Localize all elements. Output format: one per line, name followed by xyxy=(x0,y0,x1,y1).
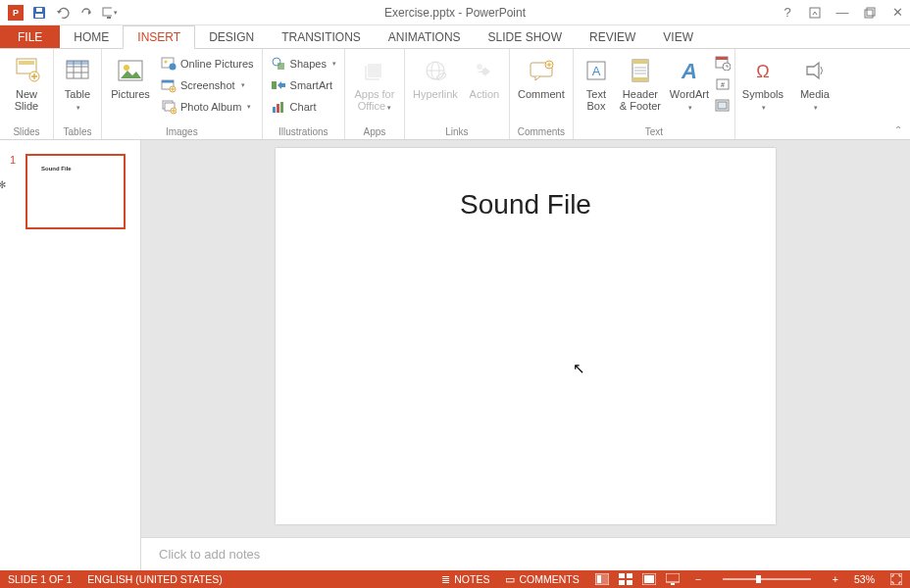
svg-rect-61 xyxy=(627,573,632,578)
svg-rect-7 xyxy=(867,8,875,16)
comment-button[interactable]: Comment xyxy=(514,53,569,100)
animation-indicator-icon: ✻ xyxy=(0,179,8,190)
pictures-button[interactable]: Pictures xyxy=(106,53,155,100)
svg-rect-51 xyxy=(716,57,728,60)
tab-transitions[interactable]: TRANSITIONS xyxy=(268,25,375,48)
svg-rect-63 xyxy=(627,580,632,585)
slide-number-button[interactable]: # xyxy=(715,76,731,98)
apps-for-office-button[interactable]: Apps for Office▾ xyxy=(349,53,400,114)
svg-point-20 xyxy=(165,61,168,64)
comments-toggle[interactable]: ▭ COMMENTS xyxy=(505,573,579,585)
svg-text:#: # xyxy=(721,81,725,88)
group-images: Pictures Online Pictures Screenshot▾ Pho… xyxy=(102,49,263,139)
symbols-button[interactable]: Ω Symbols▾ xyxy=(739,53,786,114)
comments-icon: ▭ xyxy=(505,573,515,585)
svg-rect-62 xyxy=(619,580,625,585)
screenshot-button[interactable]: Screenshot▾ xyxy=(157,74,258,96)
media-button[interactable]: Media▾ xyxy=(794,53,835,114)
svg-rect-66 xyxy=(666,573,680,582)
chart-button[interactable]: Chart xyxy=(267,96,340,118)
wordart-button[interactable]: A WordArt▾ xyxy=(666,53,713,114)
zoom-out-button[interactable]: − xyxy=(695,573,701,585)
tab-insert[interactable]: INSERT xyxy=(123,25,195,49)
group-symbols: Ω Symbols▾ xyxy=(735,49,790,139)
svg-text:Ω: Ω xyxy=(756,62,769,81)
status-language[interactable]: ENGLISH (UNITED STATES) xyxy=(87,573,222,585)
svg-rect-67 xyxy=(671,583,675,585)
group-tables: Table▾ Tables xyxy=(54,49,102,139)
slide[interactable]: Sound File ↖ xyxy=(276,148,776,524)
group-text: A Text Box Header & Footer A WordArt▾ # … xyxy=(574,49,735,139)
notes-toggle[interactable]: ≣ NOTES xyxy=(441,573,489,585)
slideshow-view-icon[interactable] xyxy=(666,573,680,585)
main-area: 1 ✻ Sound File Sound File ↖ Click to add… xyxy=(0,140,910,570)
online-pictures-button[interactable]: Online Pictures xyxy=(157,53,258,74)
tab-design[interactable]: DESIGN xyxy=(195,25,268,48)
status-slide-info[interactable]: SLIDE 1 OF 1 xyxy=(8,573,72,585)
slide-sorter-view-icon[interactable] xyxy=(619,573,632,585)
start-from-beginning-icon[interactable]: ▾ xyxy=(102,5,118,21)
svg-point-38 xyxy=(477,64,482,70)
smartart-button[interactable]: SmartArt xyxy=(267,74,340,96)
thumbnail-title: Sound File xyxy=(41,166,124,172)
new-slide-button[interactable]: New Slide xyxy=(4,53,49,112)
tab-file[interactable]: FILE xyxy=(0,25,60,48)
thumbnail-number: 1 xyxy=(10,154,20,166)
group-illustrations: Shapes▾ SmartArt Chart Illustrations xyxy=(263,49,345,139)
save-icon[interactable] xyxy=(31,5,47,21)
undo-icon[interactable] xyxy=(55,5,71,21)
fit-to-window-icon[interactable] xyxy=(890,573,902,585)
svg-text:A: A xyxy=(592,64,601,78)
group-slides: New Slide Slides xyxy=(0,49,54,139)
zoom-level[interactable]: 53% xyxy=(854,573,875,585)
mouse-cursor-icon: ↖ xyxy=(573,360,585,377)
restore-icon[interactable] xyxy=(863,6,877,20)
slide-title-text[interactable]: Sound File xyxy=(276,189,776,220)
group-comments: Comment Comments xyxy=(510,49,574,139)
zoom-in-button[interactable]: + xyxy=(833,573,838,585)
svg-point-21 xyxy=(170,64,177,71)
slide-thumbnail-1[interactable]: Sound File xyxy=(25,154,126,229)
tab-home[interactable]: HOME xyxy=(60,25,123,48)
app-icon: P xyxy=(8,5,24,21)
collapse-ribbon-icon[interactable]: ⌃ xyxy=(894,124,902,135)
photo-album-button[interactable]: Photo Album▾ xyxy=(157,96,258,118)
ribbon-display-icon[interactable] xyxy=(808,6,822,20)
svg-rect-3 xyxy=(103,8,112,16)
object-button[interactable] xyxy=(715,98,731,120)
date-time-button[interactable] xyxy=(715,55,731,76)
notes-pane[interactable]: Click to add notes xyxy=(141,537,910,570)
help-icon[interactable]: ? xyxy=(781,6,794,20)
group-label-slides: Slides xyxy=(4,125,49,137)
svg-rect-45 xyxy=(632,77,648,81)
tab-animations[interactable]: ANIMATIONS xyxy=(375,25,475,48)
reading-view-icon[interactable] xyxy=(642,573,656,585)
svg-rect-59 xyxy=(597,575,601,583)
title-bar: P ▾ Exercise.pptx - PowerPoint ? — ✕ xyxy=(0,0,910,25)
svg-rect-31 xyxy=(273,107,276,113)
action-button[interactable]: Action xyxy=(464,53,505,100)
normal-view-icon[interactable] xyxy=(595,573,609,585)
text-box-button[interactable]: A Text Box xyxy=(578,53,615,112)
tab-view[interactable]: VIEW xyxy=(649,25,707,48)
minimize-icon[interactable]: — xyxy=(835,6,849,20)
svg-rect-2 xyxy=(36,8,42,12)
close-icon[interactable]: ✕ xyxy=(890,6,904,20)
svg-rect-5 xyxy=(810,8,820,18)
svg-rect-16 xyxy=(67,61,88,65)
svg-rect-4 xyxy=(107,17,111,19)
redo-icon[interactable] xyxy=(78,5,94,21)
hyperlink-button[interactable]: Hyperlink xyxy=(409,53,462,100)
shapes-button[interactable]: Shapes▾ xyxy=(267,53,340,74)
svg-point-18 xyxy=(124,65,129,71)
slide-canvas[interactable]: Sound File ↖ xyxy=(141,140,910,537)
table-button[interactable]: Table▾ xyxy=(58,53,97,114)
header-footer-button[interactable]: Header & Footer xyxy=(617,53,664,112)
zoom-slider[interactable] xyxy=(723,578,811,580)
tab-slideshow[interactable]: SLIDE SHOW xyxy=(475,25,576,48)
svg-rect-65 xyxy=(644,575,654,583)
slide-thumbnail-panel: 1 ✻ Sound File xyxy=(0,140,141,570)
svg-rect-9 xyxy=(19,61,34,65)
tab-review[interactable]: REVIEW xyxy=(576,25,649,48)
status-bar: SLIDE 1 OF 1 ENGLISH (UNITED STATES) ≣ N… xyxy=(0,570,910,588)
